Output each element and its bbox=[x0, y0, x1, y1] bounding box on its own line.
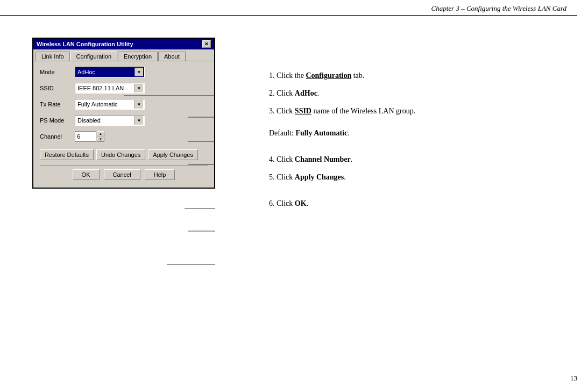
restore-defaults-button[interactable]: Restore Defaults bbox=[40, 149, 94, 160]
undo-changes-button[interactable]: Undo Changes bbox=[96, 149, 145, 160]
channel-down-button[interactable]: ▼ bbox=[97, 136, 104, 142]
titlebar-buttons: ✕ bbox=[202, 40, 211, 48]
mode-value: AdHoc bbox=[76, 69, 134, 75]
apply-changes-button[interactable]: Apply Changes bbox=[148, 149, 198, 160]
ssid-value: IEEE 802.11 LAN bbox=[76, 85, 134, 91]
help-button[interactable]: Help bbox=[145, 169, 175, 180]
txrate-dropdown-arrow[interactable]: ▼ bbox=[134, 100, 143, 109]
page-number: 13 bbox=[570, 374, 577, 383]
step-1-rest: tab. bbox=[351, 71, 364, 80]
step-3-num: 3. Click bbox=[269, 107, 295, 115]
ssid-dropdown-arrow[interactable]: ▼ bbox=[134, 84, 143, 92]
txrate-select[interactable]: Fully Automatic ▼ bbox=[75, 99, 145, 110]
ssid-row: SSID IEEE 802.11 LAN ▼ bbox=[40, 83, 208, 94]
txrate-value: Fully Automatic bbox=[76, 101, 134, 107]
step-6-num: 6. Click bbox=[269, 199, 295, 207]
step-2-num: 2. Click bbox=[269, 89, 295, 97]
channel-row: Channel ▲ ▼ bbox=[40, 131, 208, 142]
ssid-select[interactable]: IEEE 802.11 LAN ▼ bbox=[75, 83, 145, 94]
cancel-button[interactable]: Cancel bbox=[104, 169, 140, 180]
txrate-row: Tx Rate Fully Automatic ▼ bbox=[40, 99, 208, 110]
step-1-num: 1. Click the bbox=[269, 71, 306, 80]
header-title: Chapter 3 – Configuring the Wireless LAN… bbox=[431, 4, 566, 12]
default-bold: Fully Automatic bbox=[295, 129, 348, 137]
bottom-buttons-row: OK Cancel Help bbox=[40, 166, 208, 182]
tab-link-info[interactable]: Link Info bbox=[36, 52, 70, 61]
instruction-6: 6. Click OK. bbox=[269, 198, 588, 209]
step-2-bold: AdHoc bbox=[295, 89, 317, 97]
psmode-label: PS Mode bbox=[40, 117, 75, 124]
psmode-value: Disabled bbox=[76, 117, 134, 124]
mode-select[interactable]: AdHoc ▼ bbox=[75, 67, 145, 77]
psmode-select[interactable]: Disabled ▼ bbox=[75, 115, 145, 126]
action-buttons-row: Restore Defaults Undo Changes Apply Chan… bbox=[40, 149, 208, 160]
step-1-bold: Configuration bbox=[306, 71, 351, 80]
ssid-label: SSID bbox=[40, 85, 75, 91]
step-2-rest: . bbox=[317, 89, 320, 97]
instruction-2: 2. Click AdHoc. bbox=[269, 88, 588, 99]
channel-label: Channel bbox=[40, 133, 75, 140]
txrate-label: Tx Rate bbox=[40, 101, 75, 107]
step-6-rest: . bbox=[307, 199, 309, 207]
close-button[interactable]: ✕ bbox=[202, 40, 211, 48]
mode-row: Mode AdHoc ▼ bbox=[40, 67, 208, 77]
mode-label: Mode bbox=[40, 69, 75, 75]
tab-bar: Link Info Configuration Encryption About bbox=[33, 49, 214, 61]
instruction-3: 3. Click SSID name of the Wireless LAN g… bbox=[269, 105, 588, 117]
win-dialog: Wireless LAN Configuration Utility ✕ Lin… bbox=[32, 38, 215, 189]
step-6-bold: OK bbox=[295, 199, 307, 207]
psmode-row: PS Mode Disabled ▼ bbox=[40, 115, 208, 126]
dialog-body: Mode AdHoc ▼ SSID IEEE 802.11 LAN ▼ bbox=[33, 61, 214, 188]
tab-about[interactable]: About bbox=[158, 52, 186, 61]
default-text: Default: bbox=[269, 129, 295, 137]
tab-encryption[interactable]: Encryption bbox=[118, 52, 158, 61]
instruction-1: 1. Click the Configuration tab. bbox=[269, 70, 588, 81]
mode-dropdown-arrow[interactable]: ▼ bbox=[134, 68, 143, 76]
step-3-bold: SSID bbox=[295, 107, 311, 115]
instructions-area: 1. Click the Configuration tab. 2. Click… bbox=[269, 38, 588, 372]
step-4-rest: . bbox=[351, 155, 353, 163]
dialog-area: Wireless LAN Configuration Utility ✕ Lin… bbox=[32, 38, 237, 372]
channel-field[interactable] bbox=[75, 131, 96, 142]
step-5-rest: . bbox=[344, 173, 346, 181]
channel-spin-buttons: ▲ ▼ bbox=[97, 131, 104, 142]
channel-input-group: ▲ ▼ bbox=[75, 131, 104, 142]
psmode-dropdown-arrow[interactable]: ▼ bbox=[134, 116, 143, 125]
win-titlebar: Wireless LAN Configuration Utility ✕ bbox=[33, 39, 214, 49]
step-5-num: 5. Click bbox=[269, 173, 295, 181]
step-5-bold: Apply Changes bbox=[295, 173, 344, 181]
instruction-4: 4. Click Channel Number. bbox=[269, 154, 588, 165]
channel-up-button[interactable]: ▲ bbox=[97, 131, 104, 136]
dialog-title: Wireless LAN Configuration Utility bbox=[37, 41, 133, 47]
step-4-num: 4. Click bbox=[269, 155, 295, 163]
page-header: Chapter 3 – Configuring the Wireless LAN… bbox=[0, 4, 577, 16]
tab-configuration[interactable]: Configuration bbox=[70, 52, 117, 61]
content-area: Wireless LAN Configuration Utility ✕ Lin… bbox=[0, 16, 588, 372]
ok-button[interactable]: OK bbox=[73, 169, 100, 180]
step-3-rest: name of the Wireless LAN group. bbox=[311, 107, 415, 115]
default-rest: . bbox=[348, 129, 350, 137]
step-4-bold: Channel Number bbox=[295, 155, 351, 163]
instruction-5: 5. Click Apply Changes. bbox=[269, 171, 588, 183]
instruction-default: Default: Fully Automatic. bbox=[269, 127, 588, 139]
